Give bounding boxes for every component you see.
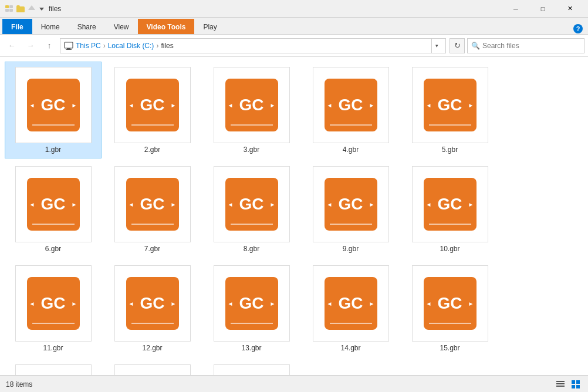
tab-play[interactable]: Play [194, 19, 225, 34]
svg-rect-0 [5, 5, 9, 8]
gc-arrow-left: ◄ [228, 102, 234, 108]
gc-arrow-left: ◄ [327, 201, 333, 207]
svg-text:?: ? [576, 25, 580, 32]
gc-line [330, 124, 372, 126]
close-button[interactable]: ✕ [556, 0, 583, 18]
file-item[interactable]: GC ◄ ► 13.gbr [203, 260, 300, 357]
gc-line [231, 224, 273, 225]
search-input[interactable] [482, 42, 580, 50]
gc-arrow-right: ► [72, 201, 77, 207]
tab-file[interactable]: File [2, 19, 32, 34]
refresh-button[interactable]: ↻ [450, 38, 465, 53]
search-box: 🔍 [467, 38, 584, 53]
file-item[interactable]: GC ◄ ► 2.gbr [104, 62, 201, 158]
forward-button[interactable]: → [22, 38, 39, 53]
gc-icon: GC ◄ ► [225, 79, 278, 131]
gc-text: GC [239, 196, 264, 212]
file-item[interactable]: GC ◄ ► 15.gbr [401, 260, 498, 357]
gc-arrow-right: ► [369, 201, 375, 207]
gc-text: GC [41, 97, 66, 113]
tab-videotools[interactable]: Video Tools [138, 19, 195, 34]
file-item[interactable]: GC ◄ ► 14.gbr [302, 260, 399, 357]
svg-rect-9 [67, 48, 70, 49]
file-name: 2.gbr [144, 146, 160, 154]
up-button[interactable]: ↑ [41, 38, 58, 53]
gc-arrow-right: ► [270, 201, 276, 207]
title-bar-icons [5, 4, 45, 13]
gc-text: GC [438, 295, 462, 312]
file-item[interactable]: GC ◄ ► 10.gbr [401, 161, 498, 258]
file-item[interactable]: GC ◄ ► 16.gbr [5, 359, 102, 375]
file-item[interactable]: GC ◄ ► 17.gbr [104, 359, 201, 375]
file-name: 6.gbr [45, 245, 61, 253]
file-thumbnail: GC ◄ ► [15, 166, 92, 242]
file-thumbnail: GC ◄ ► [114, 67, 191, 143]
gc-line [429, 124, 471, 126]
svg-marker-5 [39, 8, 44, 11]
file-item[interactable]: GC ◄ ► 6.gbr [5, 161, 102, 258]
file-item[interactable]: GC ◄ ► 1.gbr [5, 62, 102, 158]
file-item[interactable]: GC ◄ ► 4.gbr [302, 62, 399, 158]
file-item[interactable]: GC ◄ ► 18.gbr [203, 359, 300, 375]
file-thumbnail: GC ◄ ► [313, 265, 389, 342]
gc-icon: GC ◄ ► [126, 178, 179, 231]
file-item[interactable]: GC ◄ ► 12.gbr [104, 260, 201, 357]
file-thumbnail: GC ◄ ► [313, 67, 389, 143]
address-dropdown-btn[interactable]: ▾ [431, 38, 442, 53]
svg-rect-15 [576, 380, 580, 384]
minimize-button[interactable]: ─ [502, 0, 529, 18]
file-item[interactable]: GC ◄ ► 5.gbr [401, 62, 498, 158]
gc-arrow-left: ◄ [129, 300, 134, 306]
gc-text: GC [41, 295, 66, 312]
folder-icon [16, 4, 25, 13]
file-thumbnail: GC ◄ ► [214, 265, 290, 342]
file-item[interactable]: GC ◄ ► 8.gbr [203, 161, 300, 258]
file-name: 4.gbr [343, 146, 359, 154]
maximize-button[interactable]: □ [529, 0, 556, 18]
help-icon[interactable]: ? [573, 23, 583, 34]
address-bar[interactable]: This PC › Local Disk (C:) › files ▾ [60, 38, 446, 53]
gc-arrow-right: ► [171, 300, 177, 306]
gc-line [32, 224, 75, 225]
gc-arrow-left: ◄ [29, 102, 35, 108]
svg-rect-8 [65, 42, 73, 48]
svg-rect-16 [572, 385, 575, 388]
gc-arrow-left: ◄ [129, 102, 134, 108]
gc-icon: GC ◄ ► [225, 178, 278, 231]
file-name: 15.gbr [440, 344, 459, 352]
file-item[interactable]: GC ◄ ► 11.gbr [5, 260, 102, 357]
back-button[interactable]: ← [4, 38, 20, 53]
gc-line [131, 124, 174, 126]
file-thumbnail: GC ◄ ► [114, 166, 191, 242]
gc-icon: GC ◄ ► [225, 277, 278, 330]
file-item[interactable]: GC ◄ ► 7.gbr [104, 161, 201, 258]
gc-text: GC [339, 97, 363, 113]
gc-line [330, 323, 372, 324]
svg-rect-17 [576, 385, 580, 388]
details-view-button[interactable] [554, 378, 567, 391]
gc-line [429, 224, 471, 225]
status-bar: 18 items [0, 375, 588, 392]
tab-home[interactable]: Home [32, 19, 69, 34]
tab-share[interactable]: Share [69, 19, 105, 34]
computer-icon [64, 41, 73, 50]
gc-icon: GC ◄ ► [325, 79, 377, 131]
svg-rect-11 [556, 381, 565, 382]
svg-rect-13 [556, 386, 565, 387]
thumbnail-view-button[interactable] [569, 378, 582, 391]
search-icon: 🔍 [471, 42, 480, 50]
file-thumbnail: GC ◄ ► [15, 364, 92, 376]
gc-icon: GC ◄ ► [325, 178, 377, 231]
file-item[interactable]: GC ◄ ► 9.gbr [302, 161, 399, 258]
file-thumbnail: GC ◄ ► [114, 265, 191, 342]
file-item[interactable]: GC ◄ ► 3.gbr [203, 62, 300, 158]
file-thumbnail: GC ◄ ► [412, 166, 488, 242]
tab-view[interactable]: View [105, 19, 138, 34]
gc-arrow-left: ◄ [228, 201, 234, 207]
gc-arrow-left: ◄ [426, 201, 432, 207]
gc-arrow-left: ◄ [29, 201, 35, 207]
file-thumbnail: GC ◄ ► [412, 67, 488, 143]
gc-text: GC [239, 295, 264, 312]
gc-arrow-right: ► [468, 102, 474, 108]
gc-arrow-left: ◄ [426, 300, 432, 306]
